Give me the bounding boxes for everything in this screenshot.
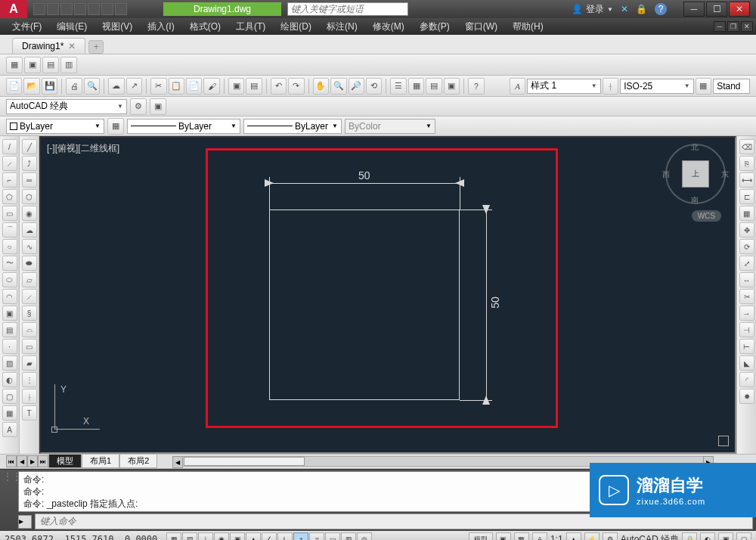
- erase-icon[interactable]: ⌫: [739, 139, 754, 154]
- 3dosnap-toggle[interactable]: ▲: [246, 532, 261, 540]
- measure-icon[interactable]: ⟊: [22, 389, 37, 404]
- maximize-button[interactable]: ☐: [706, 2, 727, 17]
- annovis-icon[interactable]: ▲: [566, 532, 581, 540]
- circle-icon[interactable]: ○: [2, 239, 17, 254]
- exchange-icon[interactable]: ✕: [621, 4, 628, 14]
- cut-icon[interactable]: ✂: [150, 78, 166, 95]
- ellipse2-icon[interactable]: ⬬: [22, 256, 37, 271]
- menu-tools[interactable]: 工具(T): [230, 19, 271, 35]
- redo-icon[interactable]: ↷: [288, 78, 304, 95]
- osnap-toggle[interactable]: ▣: [230, 532, 245, 540]
- view-cube[interactable]: 上 北 南 西 东: [665, 144, 726, 204]
- search-input[interactable]: [287, 2, 408, 16]
- workspace-dropdown[interactable]: AutoCAD 经典 ▼: [6, 99, 127, 114]
- layout-tab-layout2[interactable]: 布局2: [119, 455, 157, 468]
- mirror-icon[interactable]: ⟷: [739, 172, 754, 188]
- polygon2-icon[interactable]: ⬡: [22, 189, 37, 204]
- workspace-settings-icon[interactable]: ⚙: [130, 98, 147, 115]
- line-icon[interactable]: /: [2, 139, 17, 154]
- block-icon[interactable]: ▤: [246, 78, 262, 95]
- print-icon[interactable]: [88, 3, 100, 15]
- scale-icon[interactable]: ⤢: [739, 256, 754, 271]
- new-tab-button[interactable]: +: [88, 40, 104, 54]
- lineweight-combo[interactable]: ByLayer ▼: [243, 119, 342, 134]
- menu-draw[interactable]: 绘图(D): [274, 19, 318, 35]
- tools-icon[interactable]: ▤: [426, 78, 442, 95]
- layer-color-combo[interactable]: ByLayer ▼: [6, 119, 104, 134]
- menu-view[interactable]: 视图(V): [96, 19, 138, 35]
- stretch-icon[interactable]: ↔: [739, 272, 754, 287]
- insert-icon[interactable]: ▣: [2, 306, 17, 321]
- arc-icon[interactable]: ⌒: [2, 222, 17, 237]
- mtext-icon[interactable]: A: [2, 422, 17, 437]
- preview-icon[interactable]: 🔍: [84, 78, 100, 95]
- spline-icon[interactable]: 〜: [2, 256, 17, 271]
- layout-icon[interactable]: ▣: [496, 532, 511, 540]
- export-icon[interactable]: ↗: [126, 78, 142, 95]
- menu-parametric[interactable]: 参数(P): [414, 19, 456, 35]
- tool-icon[interactable]: ▥: [60, 57, 77, 73]
- isolate-icon[interactable]: ▣: [718, 532, 733, 540]
- mline-icon[interactable]: ═: [22, 172, 37, 188]
- file-tab-active[interactable]: Drawing1* ✕: [12, 38, 85, 54]
- arc2-icon[interactable]: ⌓: [22, 322, 37, 337]
- menu-window[interactable]: 窗口(W): [459, 19, 503, 35]
- undo-icon[interactable]: [101, 3, 113, 15]
- tool-icon[interactable]: ▣: [24, 57, 41, 73]
- app-logo[interactable]: A: [0, 0, 27, 18]
- tab-nav-last[interactable]: ⏭: [38, 455, 48, 467]
- linetype-combo[interactable]: ByLayer ▼: [127, 119, 240, 134]
- region-icon[interactable]: ▢: [2, 389, 17, 404]
- zoom-icon[interactable]: 🔍: [330, 78, 346, 95]
- join-icon[interactable]: ⊢: [739, 339, 754, 354]
- construction-line-icon[interactable]: ╱: [22, 139, 37, 154]
- standard-dropdown[interactable]: Stand: [713, 79, 750, 94]
- status-workspace[interactable]: AutoCAD 经典: [621, 533, 679, 541]
- help-icon[interactable]: ?: [468, 78, 484, 95]
- layer-tool-icon[interactable]: ▦: [107, 118, 124, 135]
- layout-tab-model[interactable]: 模型: [48, 455, 82, 468]
- text-style-icon[interactable]: A: [510, 78, 525, 95]
- minimize-button[interactable]: ─: [683, 2, 705, 17]
- sc-toggle[interactable]: ◎: [357, 532, 372, 540]
- command-prompt-icon[interactable]: ▸: [18, 515, 32, 529]
- wcs-badge[interactable]: WCS: [692, 210, 721, 222]
- xline-icon[interactable]: ⟋: [2, 156, 17, 171]
- rect-icon[interactable]: ▭: [2, 206, 17, 221]
- tab-nav-first[interactable]: ⏮: [6, 455, 17, 467]
- annoauto-icon[interactable]: ⚡: [584, 532, 600, 540]
- qp-toggle[interactable]: ▥: [341, 532, 356, 540]
- offset-icon[interactable]: ⊏: [739, 189, 754, 204]
- undo-icon[interactable]: ↶: [271, 78, 287, 95]
- new-icon[interactable]: [33, 3, 45, 15]
- plotcolor-combo[interactable]: ByColor ▼: [345, 119, 435, 134]
- spline2-icon[interactable]: ∿: [22, 239, 37, 254]
- revcloud-icon[interactable]: ☁: [22, 222, 37, 237]
- zoom-window-icon[interactable]: 🔎: [349, 78, 364, 95]
- quickview-icon[interactable]: ▦: [514, 532, 529, 540]
- copy-obj-icon[interactable]: ⎘: [739, 156, 754, 171]
- boundary-icon[interactable]: ▭: [22, 339, 37, 354]
- open-icon[interactable]: [47, 3, 59, 15]
- otrack-toggle[interactable]: ∠: [262, 532, 277, 540]
- close-button[interactable]: ✕: [729, 2, 750, 17]
- save-icon[interactable]: [60, 3, 73, 15]
- polygon-icon[interactable]: ⬠: [2, 189, 17, 204]
- status-coordinates[interactable]: 2503.6872, 1515.7610, 0.0000: [5, 534, 157, 540]
- zoom-prev-icon[interactable]: ⟲: [366, 78, 382, 95]
- menu-modify[interactable]: 修改(M): [367, 19, 411, 35]
- 3dpoly-icon[interactable]: ⟋: [22, 289, 37, 304]
- lock-icon[interactable]: 🔒: [636, 4, 647, 14]
- model-space-button[interactable]: 模型: [469, 532, 493, 540]
- new-file-icon[interactable]: 📄: [6, 78, 22, 95]
- tab-nav-next[interactable]: ▶: [27, 455, 38, 467]
- divide-icon[interactable]: ⋮: [22, 372, 37, 387]
- table-icon[interactable]: ▦: [2, 405, 17, 421]
- filetab-close-icon[interactable]: ✕: [68, 41, 76, 51]
- workspace-save-icon[interactable]: ▣: [150, 98, 166, 115]
- helix-icon[interactable]: §: [22, 306, 37, 321]
- dim-style-dropdown[interactable]: ISO-25 ▼: [620, 79, 694, 94]
- array-icon[interactable]: ▦: [739, 206, 754, 221]
- rotate-icon[interactable]: ⟳: [739, 239, 754, 254]
- tool-icon[interactable]: ▤: [42, 57, 59, 73]
